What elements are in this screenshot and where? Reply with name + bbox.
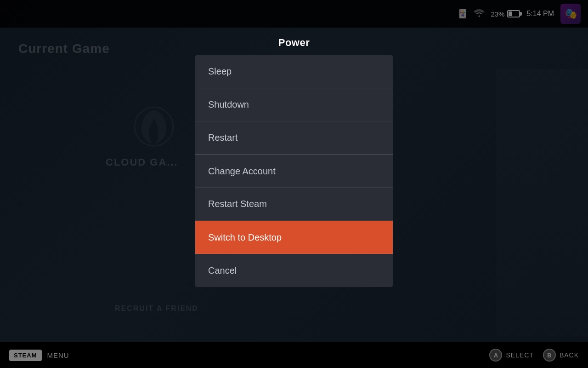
menu-item-restart[interactable]: Restart [195, 121, 393, 155]
menu-item-change-account[interactable]: Change Account [195, 155, 393, 188]
menu-item-shutdown[interactable]: Shutdown [195, 88, 393, 121]
power-menu: Sleep Shutdown Restart Change Account Re… [195, 55, 393, 287]
power-menu-title: Power [278, 37, 310, 49]
menu-item-restart-steam[interactable]: Restart Steam [195, 188, 393, 221]
power-menu-wrapper: Power Sleep Shutdown Restart Change Acco… [195, 37, 393, 287]
menu-item-switch-to-desktop[interactable]: Switch to Desktop [195, 221, 393, 254]
menu-item-sleep[interactable]: Sleep [195, 55, 393, 88]
menu-item-cancel[interactable]: Cancel [195, 254, 393, 287]
